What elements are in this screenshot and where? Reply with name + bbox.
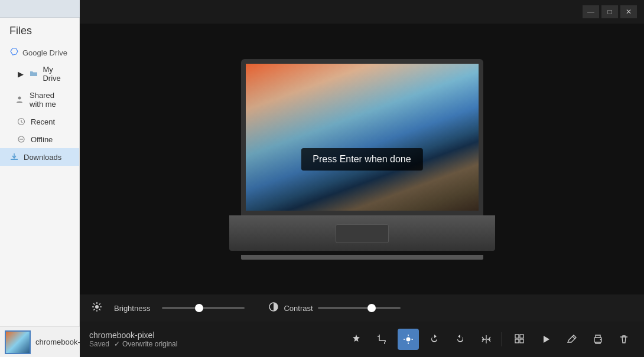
tool-separator: [502, 332, 502, 346]
viewer-filename: chromebook-pixel: [89, 330, 177, 340]
sidebar-header: Files: [0, 18, 79, 42]
laptop-screen: [241, 59, 483, 215]
svg-point-0: [18, 97, 21, 100]
grid-button[interactable]: [509, 329, 531, 350]
folder-icon: [30, 69, 38, 78]
overwrite-label: ✓ Overwrite original: [114, 340, 177, 348]
auto-fix-button[interactable]: [346, 329, 367, 350]
strip-thumbnail[interactable]: [5, 330, 31, 354]
svg-line-20: [93, 309, 95, 310]
brightness-contrast-bar: Brightness Contrast: [80, 294, 644, 322]
rotate-cw-button[interactable]: [424, 329, 445, 350]
viewer-bottom-toolbar: chromebook-pixel Saved ✓ Overwrite origi…: [80, 322, 644, 357]
laptop-trackpad: [336, 224, 389, 243]
brightness-thumb[interactable]: [195, 304, 203, 312]
print-button[interactable]: [587, 329, 609, 350]
slideshow-button[interactable]: [535, 329, 557, 350]
image-viewer: — □ ✕ Press Enter when done: [80, 0, 644, 357]
offline-icon: [17, 135, 26, 144]
contrast-thumb[interactable]: [367, 304, 376, 312]
sidebar-item-my-drive[interactable]: ▶ My Drive: [0, 61, 79, 87]
sidebar-item-offline[interactable]: Offline: [0, 130, 79, 148]
svg-point-33: [600, 339, 601, 340]
my-drive-chevron-icon: ▶: [17, 69, 25, 78]
brightness-label: Brightness: [114, 304, 150, 313]
google-drive-header: Google Drive: [0, 44, 79, 61]
sidebar-item-shared-with-me[interactable]: Shared with me: [0, 87, 79, 113]
contrast-slider[interactable]: [318, 307, 401, 309]
viewer-close-button[interactable]: ✕: [620, 5, 637, 18]
contrast-label: Contrast: [284, 304, 313, 313]
viewer-status: Saved ✓ Overwrite original: [89, 340, 177, 348]
clock-icon: [17, 117, 26, 126]
svg-line-18: [99, 309, 100, 310]
contrast-section: Contrast: [268, 302, 400, 315]
delete-button[interactable]: [613, 329, 635, 350]
rotate-ccw-button[interactable]: [450, 329, 471, 350]
sidebar-item-downloads[interactable]: Downloads: [0, 148, 79, 166]
viewer-maximize-button[interactable]: □: [601, 5, 618, 18]
laptop-screen-overlay: [246, 64, 479, 211]
window-chrome: — □ ✕ Files Google Drive ▶: [0, 0, 644, 357]
crop-button[interactable]: [372, 329, 393, 350]
brightness-slider[interactable]: [162, 307, 245, 309]
svg-rect-30: [520, 339, 523, 343]
viewer-titlebar: — □ ✕: [80, 0, 644, 24]
press-enter-tooltip: Press Enter when done: [301, 148, 422, 171]
viewer-content: Press Enter when done: [80, 24, 644, 294]
sidebar: Files Google Drive ▶ My Drive: [0, 18, 80, 357]
flip-button[interactable]: [476, 329, 497, 350]
svg-point-22: [406, 338, 411, 342]
google-drive-section: Google Drive ▶ My Drive Shared with me: [0, 44, 79, 148]
draw-button[interactable]: [561, 329, 583, 350]
svg-line-19: [99, 303, 100, 304]
svg-rect-29: [515, 339, 519, 343]
google-drive-icon: [9, 48, 19, 57]
contrast-icon: [268, 302, 279, 315]
svg-line-17: [93, 303, 95, 304]
svg-rect-27: [515, 335, 519, 338]
brightness-edit-button[interactable]: [398, 329, 419, 350]
people-icon: [17, 95, 25, 104]
viewer-minimize-button[interactable]: —: [583, 5, 599, 18]
svg-point-12: [95, 305, 99, 309]
svg-rect-4: [11, 159, 18, 160]
svg-marker-31: [544, 336, 549, 343]
downloads-icon: [9, 152, 19, 162]
sidebar-item-recent[interactable]: Recent: [0, 113, 79, 130]
laptop-bottom-bar: [241, 255, 483, 260]
overwrite-checkmark: ✓: [114, 340, 120, 348]
brightness-sun-icon: [92, 302, 102, 315]
svg-rect-28: [520, 335, 523, 338]
file-info: chromebook-pixel Saved ✓ Overwrite origi…: [89, 330, 177, 348]
